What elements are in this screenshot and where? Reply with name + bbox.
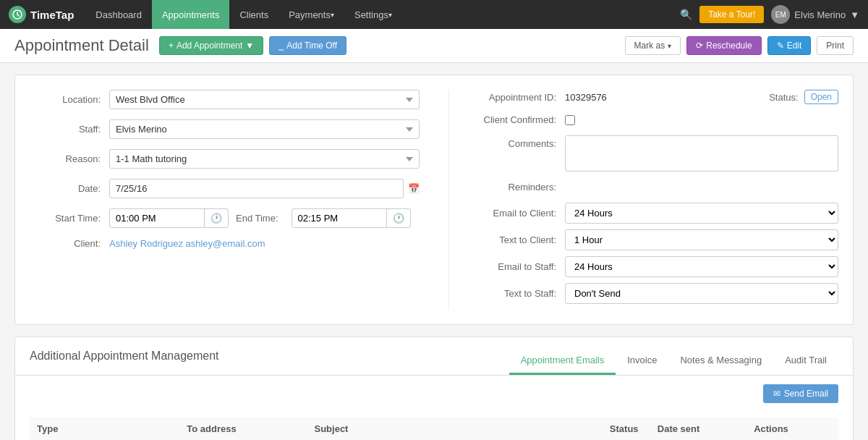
nav-dashboard[interactable]: Dashboard — [85, 0, 152, 29]
appointment-form-grid: Location: West Blvd Office Staff: Elvis … — [30, 90, 838, 310]
email-client-label: Email to Client: — [471, 208, 565, 219]
confirmed-row: Client Confirmed: — [471, 114, 838, 125]
page-header: Appointment Detail + Add Appointment ▼ ⎯… — [0, 29, 868, 63]
navbar-right: 🔍 Take a Tour! EM Elvis Merino ▼ — [680, 5, 859, 24]
text-staff-select[interactable]: Don't Send — [565, 283, 838, 304]
search-icon[interactable]: 🔍 — [680, 9, 692, 20]
location-select[interactable]: West Blvd Office — [109, 90, 420, 109]
appointment-id-row: Appointment ID: 10329576 Status: Open — [471, 90, 838, 104]
emails-table: Type To address Subject Status Date sent… — [30, 418, 838, 440]
reschedule-icon: ⟳ — [696, 41, 703, 51]
staff-select[interactable]: Elvis Merino — [109, 119, 420, 139]
envelope-icon: ✉ — [773, 389, 780, 399]
col-date-sent: Date sent — [650, 418, 746, 440]
tab-audit-trail[interactable]: Audit Trail — [773, 347, 838, 375]
dropdown-icon: ▼ — [245, 41, 254, 51]
navbar: TimeTap Dashboard Appointments Clients P… — [0, 0, 868, 29]
user-dropdown-icon[interactable]: ▼ — [850, 9, 859, 20]
calendar-icon[interactable]: 📅 — [408, 183, 420, 194]
comments-textarea[interactable] — [565, 135, 838, 172]
email-staff-label: Email to Staff: — [471, 261, 565, 272]
email-client-row: Email to Client: 24 Hours — [471, 203, 838, 224]
mark-as-button[interactable]: Mark as — [625, 36, 681, 55]
client-link[interactable]: Ashley Rodriguez ashley@email.com — [109, 238, 265, 249]
management-body: ✉ Send Email Type To address Subject Sta… — [15, 376, 853, 440]
confirmed-label: Client Confirmed: — [471, 114, 565, 125]
text-staff-label: Text to Staff: — [471, 288, 565, 299]
nav-settings[interactable]: Settings — [344, 0, 402, 29]
email-client-select[interactable]: 24 Hours — [565, 203, 838, 224]
time-row: Start Time: 🕐 End Time: 🕐 — [30, 208, 420, 228]
comments-row: Comments: — [471, 135, 838, 172]
col-type: Type — [30, 418, 179, 440]
brand-name: TimeTap — [30, 9, 74, 21]
start-time-label: Start Time: — [30, 213, 109, 224]
staff-label: Staff: — [30, 124, 109, 135]
management-title: Additional Appointment Management — [30, 350, 219, 373]
management-card: Additional Appointment Management Appoin… — [14, 337, 854, 440]
management-tabs: Appointment Emails Invoice Notes & Messa… — [509, 347, 838, 375]
tab-appointment-emails[interactable]: Appointment Emails — [509, 347, 616, 375]
start-time-clock-icon: 🕐 — [204, 209, 228, 227]
location-label: Location: — [30, 94, 109, 105]
nav-appointments[interactable]: Appointments — [152, 0, 230, 29]
add-time-off-button[interactable]: ⎯ Add Time Off — [269, 36, 346, 55]
staff-row: Staff: Elvis Merino — [30, 119, 420, 139]
start-time-input[interactable] — [110, 209, 204, 227]
text-client-row: Text to Client: 1 Hour — [471, 229, 838, 250]
edit-button[interactable]: ✎ Edit — [767, 36, 812, 55]
comments-label: Comments: — [471, 135, 565, 149]
avatar: EM — [771, 5, 790, 24]
brand-icon — [9, 6, 26, 23]
status-badge: Open — [804, 90, 838, 104]
brand: TimeTap — [9, 6, 74, 23]
page-title: Appointment Detail — [14, 36, 149, 55]
reason-row: Reason: 1-1 Math tutoring — [30, 149, 420, 169]
tab-invoice[interactable]: Invoice — [616, 347, 668, 375]
end-time-clock-icon: 🕐 — [386, 209, 410, 227]
confirmed-checkbox[interactable] — [565, 115, 575, 125]
add-appointment-button[interactable]: + Add Appointment ▼ — [159, 36, 263, 55]
date-label: Date: — [30, 183, 109, 194]
tab-notes-messaging[interactable]: Notes & Messaging — [668, 347, 773, 375]
location-row: Location: West Blvd Office — [30, 90, 420, 109]
status-label: Status: — [769, 92, 804, 103]
edit-icon: ✎ — [777, 41, 784, 51]
main-content: Location: West Blvd Office Staff: Elvis … — [0, 63, 868, 440]
take-tour-button[interactable]: Take a Tour! — [699, 6, 764, 23]
col-status: Status — [603, 418, 650, 440]
table-header-row: Type To address Subject Status Date sent… — [30, 418, 838, 440]
date-row: Date: 📅 — [30, 179, 420, 198]
print-button[interactable]: Print — [817, 36, 854, 55]
email-staff-select[interactable]: 24 Hours — [565, 256, 838, 277]
user-info: EM Elvis Merino ▼ — [771, 5, 859, 24]
col-subject: Subject — [307, 418, 602, 440]
text-client-select[interactable]: 1 Hour — [565, 229, 838, 250]
reason-select[interactable]: 1-1 Math tutoring — [109, 149, 420, 169]
end-time-input[interactable] — [292, 209, 386, 227]
header-actions: Mark as ⟳ Reschedule ✎ Edit Print — [625, 36, 854, 55]
end-time-label: End Time: — [236, 213, 284, 224]
user-name: Elvis Merino — [794, 9, 846, 20]
reschedule-button[interactable]: ⟳ Reschedule — [686, 36, 761, 55]
text-client-label: Text to Client: — [471, 234, 565, 245]
reminders-label: Reminders: — [471, 182, 565, 192]
client-label: Client: — [30, 238, 109, 249]
right-column: Appointment ID: 10329576 Status: Open Cl… — [448, 90, 838, 310]
client-row: Client: Ashley Rodriguez ashley@email.co… — [30, 238, 420, 249]
col-actions: Actions — [746, 418, 838, 440]
left-column: Location: West Blvd Office Staff: Elvis … — [30, 90, 420, 310]
appointment-id-label: Appointment ID: — [471, 92, 565, 103]
date-input[interactable] — [109, 179, 404, 198]
appointment-detail-card: Location: West Blvd Office Staff: Elvis … — [14, 75, 854, 325]
reminders-header-row: Reminders: — [471, 182, 838, 192]
nav-clients[interactable]: Clients — [229, 0, 278, 29]
nav-payments[interactable]: Payments — [278, 0, 344, 29]
appointment-id-value: 10329576 — [565, 92, 607, 103]
email-staff-row: Email to Staff: 24 Hours — [471, 256, 838, 277]
clock-icon: ⎯ — [278, 41, 284, 51]
send-email-button[interactable]: ✉ Send Email — [763, 384, 838, 403]
reason-label: Reason: — [30, 153, 109, 164]
col-to-address: To address — [179, 418, 307, 440]
text-staff-row: Text to Staff: Don't Send — [471, 283, 838, 304]
